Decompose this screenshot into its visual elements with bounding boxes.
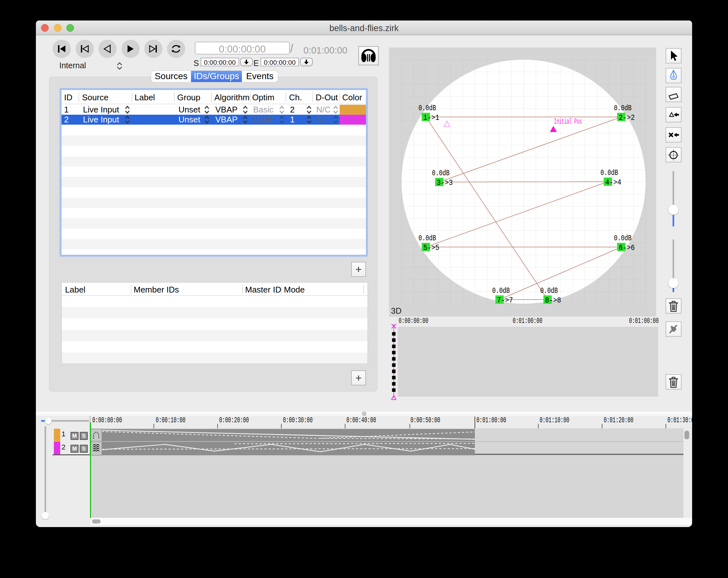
svg-text:3->3: 3->3 <box>437 179 453 187</box>
svg-text:6->6: 6->6 <box>619 243 635 252</box>
svg-text:0.0dB: 0.0dB <box>418 234 436 242</box>
svg-text:2->2: 2->2 <box>619 113 635 122</box>
svg-text:0.0dB: 0.0dB <box>492 286 510 295</box>
svg-text:0.0dB: 0.0dB <box>418 104 436 112</box>
svg-text:7->7: 7->7 <box>497 296 513 305</box>
svg-text:0.0dB: 0.0dB <box>614 234 631 242</box>
svg-text:0.0dB: 0.0dB <box>600 168 618 177</box>
svg-text:4->4: 4->4 <box>605 178 621 187</box>
svg-text:0.0dB: 0.0dB <box>540 286 558 295</box>
svg-text:3D: 3D <box>391 306 401 316</box>
svg-text:8->8: 8->8 <box>545 296 561 305</box>
svg-text:1->1: 1->1 <box>423 113 439 122</box>
svg-text:0.0dB: 0.0dB <box>614 104 631 112</box>
svg-text:0.0dB: 0.0dB <box>432 169 449 178</box>
svg-text:5->5: 5->5 <box>423 243 439 252</box>
svg-text:Initial Pos: Initial Pos <box>554 117 582 126</box>
